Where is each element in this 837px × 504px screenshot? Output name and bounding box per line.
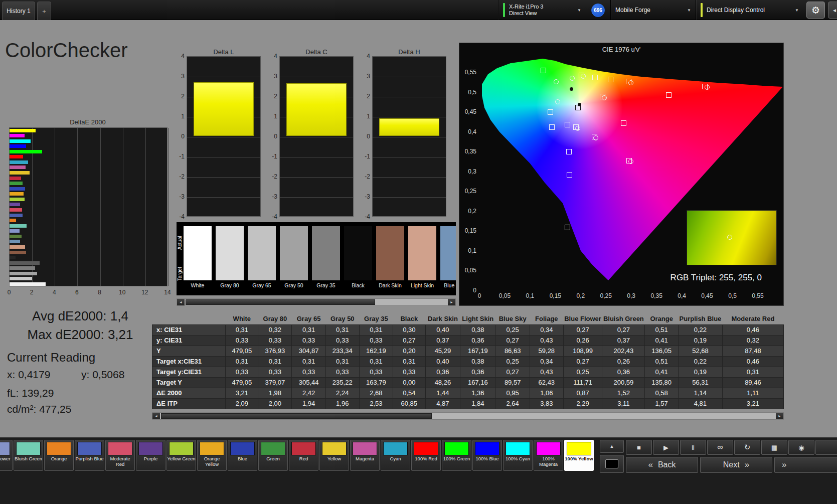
axis-tick-label: 4 — [268, 53, 277, 60]
cie-y-tick: 0,5 — [459, 89, 476, 96]
patch-button-100-blue[interactable]: 100% Blue — [472, 440, 502, 471]
patch-label: Magenta — [356, 456, 374, 462]
table-cell: 0,27 — [495, 335, 530, 346]
axis-tick-label: -3 — [361, 193, 370, 200]
patch-button-100-green[interactable]: 100% Green — [442, 440, 471, 471]
add-tab-button[interactable]: + — [37, 2, 51, 20]
de2000-bar-magenta — [10, 165, 26, 169]
blank-screen-button[interactable] — [600, 455, 624, 473]
table-cell: 2,00 — [258, 398, 292, 409]
patch-button-100-yellow[interactable]: 100% Yellow — [564, 440, 594, 471]
scroll-left-icon[interactable]: ◄ — [177, 299, 185, 305]
target-icon[interactable]: ◉ — [788, 440, 814, 455]
patch-swatch-gray-80[interactable]: Gray 80 — [216, 226, 244, 288]
patch-color — [261, 442, 285, 455]
pattern-grid-icon[interactable]: ▦ — [761, 440, 787, 455]
patch-button-orange[interactable]: Orange — [44, 440, 74, 471]
patch-color — [200, 442, 224, 455]
next-button[interactable]: Next » — [700, 457, 772, 473]
patch-button-purple[interactable]: Purple — [136, 440, 165, 471]
gear-icon[interactable]: ⚙ — [806, 2, 825, 19]
patch-button-yellow-green[interactable]: Yellow Green — [166, 440, 196, 471]
patch-button-magenta[interactable]: Magenta — [350, 440, 380, 471]
delta-c-plot-area — [279, 56, 354, 217]
patch-button-cyan[interactable]: Cyan — [381, 440, 410, 471]
tab-history-1[interactable]: History 1 — [2, 2, 35, 20]
delta-c-chart: Delta C 43210-1-2-3-4 — [268, 48, 355, 222]
pause-icon[interactable]: Ⅱ — [680, 440, 706, 455]
gridline — [280, 197, 353, 198]
patch-button-blue[interactable]: Blue — [228, 440, 257, 471]
column-header: Black — [393, 313, 426, 324]
table-cell: 0,25 — [563, 367, 602, 377]
swatch-strip-scrollbar[interactable]: ◄ ► — [177, 298, 456, 306]
patch-swatch-black[interactable]: Black — [344, 226, 372, 288]
swatch-color — [344, 226, 372, 280]
swatch-label: Black — [344, 282, 372, 288]
back-button[interactable]: « Back — [626, 457, 698, 473]
patch-button-orange-yellow[interactable]: Orange Yellow — [197, 440, 227, 471]
scrollbar-track[interactable] — [185, 299, 448, 305]
patch-button-100-red[interactable]: 100% Red — [411, 440, 441, 471]
patch-swatch-gray-35[interactable]: Gray 35 — [312, 226, 340, 288]
refresh-icon[interactable]: ↻ — [734, 440, 760, 455]
patch-button-purplish-blue[interactable]: Purplish Blue — [75, 440, 104, 471]
display-control-dropdown[interactable]: Direct Display Control ▼ — [696, 0, 803, 20]
table-cell: 3,21 — [722, 398, 783, 409]
chevron-down-icon: ▼ — [789, 8, 799, 13]
meter-count-badge[interactable]: 696 — [591, 4, 605, 17]
patch-button-100-cyan[interactable]: 100% Cyan — [503, 440, 533, 471]
patch-swatch-white[interactable]: White — [184, 226, 212, 288]
cie-y-tick: 0,1 — [459, 247, 476, 254]
play-icon[interactable]: ▶ — [653, 440, 679, 455]
patch-swatch-blue-sky[interactable]: Blue Sky — [440, 226, 456, 288]
patch-button-row: Blue FlowerBluish GreenOrangePurplish Bl… — [0, 440, 595, 471]
patch-swatch-gray-50[interactable]: Gray 50 — [280, 226, 308, 288]
expand-up-icon[interactable]: ▲ — [600, 440, 624, 453]
patch-label: Blue Flower — [0, 456, 11, 462]
patch-color — [230, 442, 255, 455]
scrollbar-track[interactable] — [160, 413, 776, 419]
patch-color — [322, 442, 347, 455]
patch-button-bluish-green[interactable]: Bluish Green — [14, 440, 43, 471]
partial-button[interactable] — [815, 440, 837, 455]
scroll-right-icon[interactable]: ► — [448, 299, 455, 305]
axis-tick-label: 3 — [361, 73, 370, 80]
scroll-left-icon[interactable]: ◄ — [152, 413, 160, 419]
table-scrollbar[interactable]: ◄ ► — [152, 412, 784, 420]
scrollbar-thumb[interactable] — [161, 413, 432, 419]
axis-tick-label: 4 — [49, 289, 59, 296]
table-cell: 0,31 — [325, 324, 359, 335]
stop-icon[interactable]: ■ — [626, 440, 652, 455]
scroll-right-icon[interactable]: ► — [776, 413, 783, 419]
cie-y-tick: 0,35 — [459, 148, 476, 155]
table-cell: 235,22 — [325, 377, 359, 388]
axis-tick-label: -2 — [268, 173, 277, 180]
patch-button-100-magenta[interactable]: 100% Magenta — [534, 440, 563, 471]
patch-swatch-dark-skin[interactable]: Dark Skin — [376, 226, 404, 288]
patch-button-green[interactable]: Green — [258, 440, 288, 471]
gridline — [187, 137, 260, 137]
meter-dropdown[interactable]: X-Rite i1Pro 3 Direct View ▼ — [498, 0, 586, 20]
axis-tick-label: 6 — [72, 289, 82, 296]
patch-swatch-light-skin[interactable]: Light Skin — [408, 226, 436, 288]
patch-button-red[interactable]: Red — [289, 440, 318, 471]
table-cell: 0,51 — [645, 356, 679, 367]
table-cell: 163,79 — [359, 377, 393, 388]
table-cell: 0,43 — [530, 367, 563, 377]
table-cell: 4,81 — [679, 398, 723, 409]
scrollbar-thumb[interactable] — [186, 299, 375, 305]
cie-point-circle — [570, 76, 575, 81]
patch-swatch-gray-65[interactable]: Gray 65 — [248, 226, 276, 288]
table-cell: 2,09 — [226, 398, 258, 409]
table-cell: 59,28 — [530, 346, 563, 356]
continuous-measure-icon[interactable]: ∞ — [707, 440, 733, 455]
column-header: Gray 80 — [258, 313, 292, 324]
source-dropdown[interactable]: Mobile Forge ▼ — [610, 0, 696, 20]
next-page-partial-button[interactable]: » — [774, 457, 837, 473]
patch-button-yellow[interactable]: Yellow — [319, 440, 349, 471]
delta-value-bar — [194, 82, 254, 136]
collapse-panel-icon[interactable]: ◄ — [828, 2, 837, 19]
patch-button-moderate-red[interactable]: Moderate Red — [105, 440, 135, 471]
patch-button-blue-flower[interactable]: Blue Flower — [0, 440, 13, 471]
